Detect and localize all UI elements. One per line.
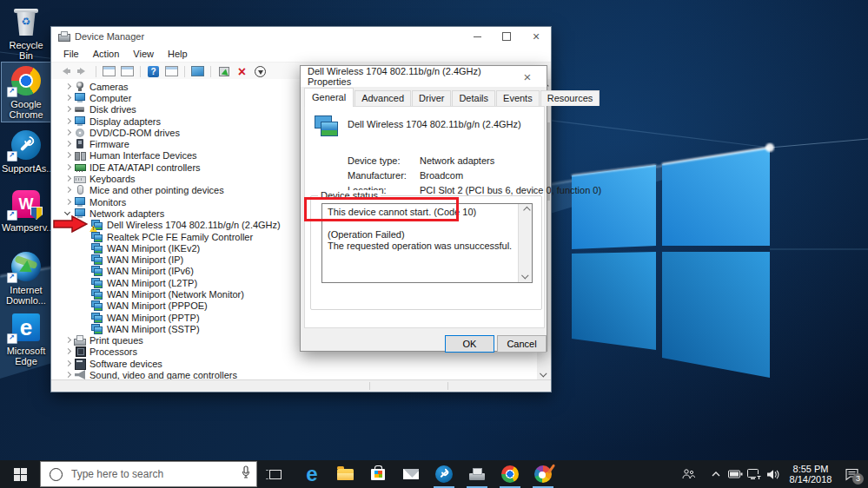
taskbar-icon-mail[interactable]	[394, 460, 427, 488]
chevron-right-icon[interactable]	[63, 94, 74, 102]
status-scrollbar[interactable]	[518, 204, 532, 282]
chevron-right-icon[interactable]	[63, 82, 74, 91]
desktop-icon-internet-download-manager[interactable]: Internet Downlo...	[2, 248, 50, 307]
tab-general[interactable]: General	[304, 88, 354, 107]
dialog-titlebar[interactable]: Dell Wireless 1704 802.11b/g/n (2.4GHz) …	[301, 66, 547, 87]
start-button[interactable]	[0, 460, 40, 488]
taskbar-icon-file-explorer[interactable]	[328, 460, 361, 488]
chevron-right-icon[interactable]	[63, 359, 74, 368]
desktop-icon-google-chrome[interactable]: Google Chrome	[2, 63, 50, 122]
battery-icon[interactable]	[726, 460, 745, 488]
chevron-right-icon[interactable]	[63, 175, 74, 183]
chevron-right-icon[interactable]	[63, 105, 74, 114]
forward-icon[interactable]	[75, 64, 91, 78]
annotation-arrow	[53, 215, 88, 236]
close-button[interactable]	[521, 27, 551, 46]
field-device-type: Device type: Network adapters	[348, 155, 494, 166]
taskbar-icon-device-manager[interactable]	[461, 460, 494, 488]
task-view-icon[interactable]	[261, 460, 290, 488]
maximize-button[interactable]	[492, 27, 521, 46]
tree-item-software-devices[interactable]: Software devices	[51, 358, 535, 369]
tray-spacer	[698, 460, 706, 488]
help-icon[interactable]	[145, 64, 162, 78]
menu-view[interactable]: View	[126, 49, 161, 59]
chevron-right-icon[interactable]	[63, 151, 74, 160]
back-icon[interactable]	[56, 64, 73, 78]
tab-details[interactable]: Details	[452, 90, 495, 106]
tab-events[interactable]: Events	[496, 90, 540, 106]
dialog-close-icon[interactable]	[515, 66, 540, 87]
tab-driver[interactable]: Driver	[412, 90, 451, 106]
chevron-right-icon[interactable]	[63, 129, 74, 137]
tab-strip: General Advanced Driver Details Events R…	[304, 89, 600, 106]
scroll-down-icon[interactable]	[519, 270, 532, 282]
scroll-down-icon[interactable]	[537, 367, 551, 380]
chevron-right-icon[interactable]	[63, 371, 74, 379]
menu-help[interactable]: Help	[161, 49, 195, 59]
ok-button[interactable]: OK	[445, 335, 494, 353]
shortcut-arrow-icon	[7, 210, 17, 221]
network-adapter-icon	[91, 300, 103, 311]
taskbar-icon-microsoft-store[interactable]	[361, 460, 394, 488]
paint-3d-icon	[534, 465, 552, 483]
chevron-right-icon[interactable]	[63, 186, 74, 195]
uac-shield-icon	[30, 207, 43, 220]
show-console-tree-icon[interactable]	[101, 64, 117, 78]
scroll-up-icon[interactable]	[519, 204, 532, 216]
taskbar-icon-paint-3d[interactable]	[527, 460, 560, 488]
supportassist-icon	[435, 465, 453, 483]
toolbar-separator	[184, 66, 185, 77]
network-adapter-icon	[315, 115, 344, 140]
taskbar-icon-supportassist[interactable]	[427, 460, 461, 488]
menu-file[interactable]: File	[56, 49, 86, 59]
chevron-right-icon[interactable]	[63, 140, 74, 148]
chevron-right-icon[interactable]	[63, 336, 74, 345]
network-adapter-icon	[91, 232, 103, 242]
notification-badge: 3	[852, 473, 864, 485]
search-input[interactable]	[70, 467, 241, 481]
tab-resources[interactable]: Resources	[540, 90, 600, 106]
system-tray: 8:55 PM 8/14/2018 3	[679, 460, 868, 488]
people-icon[interactable]	[679, 460, 698, 488]
microphone-icon[interactable]	[241, 465, 251, 483]
cancel-button[interactable]: Cancel	[497, 335, 547, 353]
disk-icon	[74, 104, 86, 115]
network-adapter-icon	[91, 243, 103, 254]
chevron-right-icon[interactable]	[63, 347, 74, 356]
tab-advanced[interactable]: Advanced	[354, 90, 411, 106]
tray-date: 8/14/2018	[786, 474, 835, 485]
desktop-icon-label: Recycle Bin	[2, 40, 50, 61]
microsoft-edge-icon: e	[306, 465, 317, 484]
desktop-icon-recycle-bin[interactable]: ♻ Recycle Bin	[2, 3, 50, 63]
menu-action[interactable]: Action	[86, 49, 127, 59]
update-driver-icon[interactable]	[215, 64, 232, 78]
desktop-icon-wampserver[interactable]: Wampserv...	[2, 186, 50, 234]
webcam-icon	[74, 82, 86, 92]
action-center-icon[interactable]: 3	[838, 460, 865, 488]
desktop-icon-supportassist[interactable]: SupportAs...	[2, 127, 50, 175]
desktop-icon-microsoft-edge[interactable]: Microsoft Edge	[2, 309, 50, 368]
taskbar-icon-microsoft-edge[interactable]: e	[295, 460, 328, 488]
file-explorer-icon	[337, 469, 354, 480]
taskbar-search[interactable]	[40, 461, 257, 487]
chevron-right-icon[interactable]	[63, 198, 74, 207]
processor-icon	[74, 346, 86, 357]
minimize-button[interactable]	[462, 27, 492, 46]
device-name: Dell Wireless 1704 802.11b/g/n (2.4GHz)	[348, 119, 521, 129]
network-icon[interactable]	[745, 460, 764, 488]
show-hidden-icons-chevron[interactable]	[706, 460, 726, 488]
taskbar-icon-google-chrome[interactable]	[494, 460, 527, 488]
uninstall-device-icon[interactable]	[234, 64, 250, 78]
disable-device-icon[interactable]	[252, 64, 268, 78]
properties-icon[interactable]	[119, 64, 136, 78]
network-adapter-icon	[91, 289, 103, 300]
ide-controller-icon	[74, 162, 86, 173]
chevron-right-icon[interactable]	[63, 117, 74, 126]
scan-hardware-changes-icon[interactable]	[189, 64, 206, 78]
tray-clock[interactable]: 8:55 PM 8/14/2018	[786, 464, 835, 485]
device-manager-titlebar[interactable]: Device Manager	[51, 27, 551, 46]
action-pane-icon[interactable]	[163, 64, 180, 78]
display-adapter-icon	[74, 116, 86, 127]
chevron-right-icon[interactable]	[63, 163, 74, 172]
volume-icon[interactable]	[764, 460, 783, 488]
